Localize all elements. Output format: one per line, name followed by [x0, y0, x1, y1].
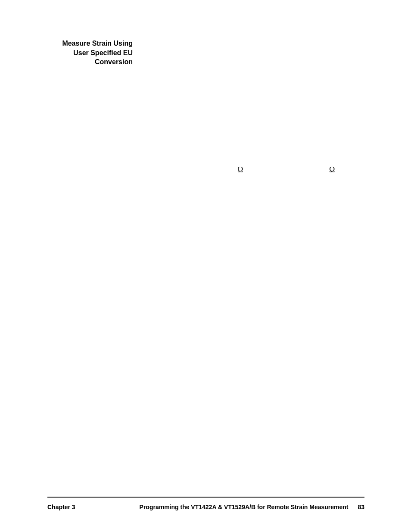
omega-symbol: Ω — [237, 165, 243, 174]
section-heading-line: User Specified EU — [73, 49, 133, 56]
section-heading-line: Conversion — [95, 58, 133, 65]
footer-right: Programming the VT1422A & VT1529A/B for … — [140, 504, 364, 510]
footer-chapter: Chapter 3 — [47, 504, 75, 510]
document-page: Measure Strain Using User Specified EU C… — [0, 0, 411, 532]
section-heading: Measure Strain Using User Specified EU C… — [55, 39, 133, 67]
footer-page-number: 83 — [358, 504, 364, 510]
section-heading-line: Measure Strain Using — [62, 40, 133, 47]
footer-title: Programming the VT1422A & VT1529A/B for … — [140, 504, 349, 510]
footer-divider — [47, 497, 364, 498]
omega-symbol: Ω — [329, 165, 335, 174]
